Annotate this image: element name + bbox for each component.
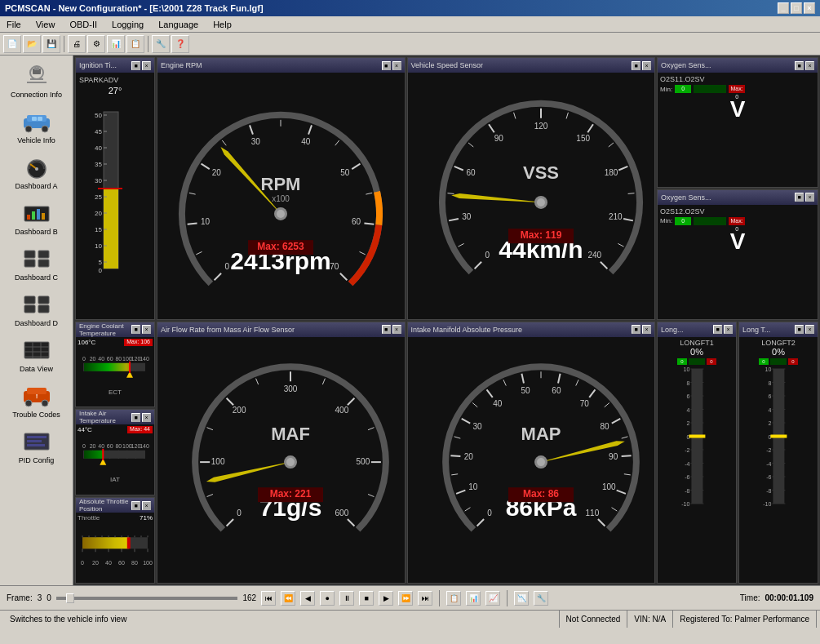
maximize-button[interactable]: □ xyxy=(791,2,802,14)
throttle-menu-btn[interactable]: ■ xyxy=(131,501,140,510)
menu-help[interactable]: Help xyxy=(210,19,235,30)
toolbar-btn5[interactable]: 🔧 xyxy=(152,35,170,53)
o2s2-menu-btn[interactable]: ■ xyxy=(795,193,804,202)
step-fwd-button[interactable]: ⏩ xyxy=(398,591,413,606)
svg-rect-16 xyxy=(27,215,30,220)
playback-thumb[interactable] xyxy=(66,593,74,603)
svg-rect-24 xyxy=(24,296,35,304)
sidebar-item-dashboard-d[interactable]: Dashboard D xyxy=(3,287,70,331)
svg-rect-19 xyxy=(42,213,45,220)
frame-label: Frame: xyxy=(7,593,33,602)
longft1-menu-btn[interactable]: ■ xyxy=(713,325,722,334)
iat-menu-btn[interactable]: ■ xyxy=(131,413,140,422)
save-button[interactable]: 💾 xyxy=(42,35,60,53)
main-area: Connection Info Vehicle Info xyxy=(0,56,820,585)
skip-to-end-button[interactable]: ⏭ xyxy=(418,591,432,606)
svg-rect-18 xyxy=(37,209,40,220)
map-panel: Intake Manifold Absolute Pressure ■ × xyxy=(407,322,656,584)
open-button[interactable]: 📂 xyxy=(23,35,41,53)
pause-button[interactable]: ⏸ xyxy=(339,591,354,606)
sidebar-item-dashboard-b[interactable]: Dashboard B xyxy=(3,196,70,240)
playback-bar: Frame: 3 0 162 ⏮ ⏪ ◀ ● ⏸ ■ ▶ ⏩ ⏭ 📋 📊 📈 📉… xyxy=(0,585,820,610)
step-back-button[interactable]: ⏪ xyxy=(281,591,295,606)
map-menu-btn[interactable]: ■ xyxy=(632,325,640,334)
menu-view[interactable]: View xyxy=(33,19,59,30)
longft1-close-btn[interactable]: × xyxy=(724,325,733,334)
vss-menu-btn[interactable]: ■ xyxy=(632,61,640,70)
pb-btn5[interactable]: 🔧 xyxy=(534,591,548,606)
pb-btn4[interactable]: 📉 xyxy=(514,591,529,606)
menu-file[interactable]: File xyxy=(3,19,24,30)
skip-to-start-button[interactable]: ⏮ xyxy=(261,591,276,606)
sidebar-item-data-view[interactable]: Data View xyxy=(3,333,70,377)
svg-rect-27 xyxy=(38,305,49,313)
title-bar: PCMSCAN - New Configuration* - [E:\2001 … xyxy=(0,0,820,16)
longft1-label: LONGFT1 xyxy=(659,339,734,347)
print-button[interactable]: 🖨 xyxy=(68,35,86,53)
toolbar-btn6[interactable]: ❓ xyxy=(171,35,189,53)
menu-obd2[interactable]: OBD-II xyxy=(66,19,100,30)
playback-end: 162 xyxy=(242,593,256,602)
pb-btn1[interactable]: 📋 xyxy=(446,591,461,606)
iat-close-btn[interactable]: × xyxy=(142,413,151,422)
sidebar-item-connection-info[interactable]: Connection Info xyxy=(3,59,70,103)
map-title: Intake Manifold Absolute Pressure xyxy=(411,326,523,334)
toolbar: 📄 📂 💾 🖨 ⚙ 📊 📋 🔧 ❓ xyxy=(0,33,820,56)
ect-close-btn[interactable]: × xyxy=(142,325,151,334)
stop-button[interactable]: ■ xyxy=(359,591,374,606)
svg-text:0: 0 xyxy=(99,267,103,274)
svg-rect-42 xyxy=(27,444,45,446)
o2s1-menu-btn[interactable]: ■ xyxy=(795,61,804,70)
map-close-btn[interactable]: × xyxy=(642,325,651,334)
svg-rect-25 xyxy=(38,296,49,304)
pb-btn3[interactable]: 📈 xyxy=(485,591,500,606)
playback-slider[interactable] xyxy=(56,597,238,600)
longft2-menu-btn[interactable]: ■ xyxy=(795,325,804,334)
menu-logging[interactable]: Logging xyxy=(109,19,147,30)
svg-rect-3 xyxy=(33,69,41,74)
throttle-close-btn[interactable]: × xyxy=(142,501,151,510)
sidebar-item-vehicle-info[interactable]: Vehicle Info xyxy=(3,104,70,149)
toolbar-btn3[interactable]: 📊 xyxy=(107,35,125,53)
ignition-menu-btn[interactable]: ■ xyxy=(131,61,140,70)
prev-button[interactable]: ◀ xyxy=(300,591,315,606)
sidebar-item-pid-config[interactable]: PID Config xyxy=(3,424,70,469)
maf-header: Air Flow Rate from Mass Air Flow Sensor … xyxy=(157,322,405,337)
dashboard-c-label: Dashboard C xyxy=(15,273,58,282)
ect-menu-btn[interactable]: ■ xyxy=(131,325,140,334)
longft2-close-btn[interactable]: × xyxy=(805,325,814,334)
longft1-title: Long... xyxy=(661,326,684,334)
sidebar-item-dashboard-a[interactable]: Dashboard A xyxy=(3,150,70,194)
menu-language[interactable]: Language xyxy=(155,19,202,30)
o2s1-close-btn[interactable]: × xyxy=(805,61,814,70)
maf-close-btn[interactable]: × xyxy=(392,325,401,334)
maf-panel: Air Flow Rate from Mass Air Flow Sensor … xyxy=(157,322,406,584)
vss-close-btn[interactable]: × xyxy=(642,61,651,70)
pb-btn2[interactable]: 📊 xyxy=(466,591,481,606)
sparkadv-label: SPARKADV xyxy=(79,76,151,84)
toolbar-btn2[interactable]: ⚙ xyxy=(87,35,105,53)
svg-point-37 xyxy=(42,400,48,406)
next-button[interactable]: ▶ xyxy=(379,591,393,606)
longft1-panel: Long... ■ × LONGFT1 0% 0 0 xyxy=(657,322,737,584)
sidebar-item-dashboard-c[interactable]: Dashboard C xyxy=(3,242,70,286)
maf-menu-btn[interactable]: ■ xyxy=(382,325,391,334)
rpm-close-btn[interactable]: × xyxy=(392,61,401,70)
play-button[interactable]: ● xyxy=(320,591,335,606)
sidebar-item-trouble-codes[interactable]: ! Trouble Codes xyxy=(3,379,70,423)
svg-rect-41 xyxy=(27,440,42,442)
rpm-menu-btn[interactable]: ■ xyxy=(382,61,391,70)
menu-bar: File View OBD-II Logging Language Help xyxy=(0,16,820,33)
minimize-button[interactable]: _ xyxy=(778,2,789,14)
ignition-close-btn[interactable]: × xyxy=(142,61,151,70)
iat-gauge-canvas xyxy=(78,433,154,476)
new-button[interactable]: 📄 xyxy=(3,35,21,53)
toolbar-btn4[interactable]: 📋 xyxy=(126,35,144,53)
close-button[interactable]: × xyxy=(804,2,815,14)
svg-rect-5 xyxy=(37,67,39,70)
status-bar: Switches to the vehicle info view Not Co… xyxy=(0,610,820,628)
o2s1-title: Oxygen Sens... xyxy=(661,61,711,69)
status-vin-segment: VIN: N/A xyxy=(627,611,673,628)
o2s2-close-btn[interactable]: × xyxy=(805,193,814,202)
svg-text:35: 35 xyxy=(95,161,102,168)
